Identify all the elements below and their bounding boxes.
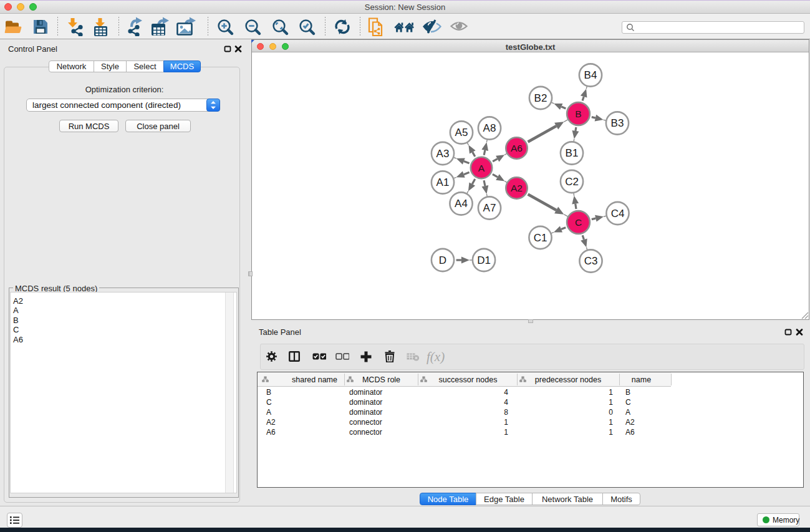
svg-text:B1: B1 xyxy=(566,147,579,159)
svg-text:C3: C3 xyxy=(584,255,598,267)
svg-text:B4: B4 xyxy=(584,69,597,81)
svg-text:A7: A7 xyxy=(483,202,496,214)
svg-text:C4: C4 xyxy=(611,208,625,220)
svg-text:D: D xyxy=(439,254,446,266)
svg-text:B2: B2 xyxy=(534,92,547,104)
svg-text:A4: A4 xyxy=(455,198,468,210)
svg-text:A5: A5 xyxy=(455,127,468,138)
svg-text:C1: C1 xyxy=(534,232,547,244)
svg-text:A1: A1 xyxy=(436,177,450,188)
svg-text:A8: A8 xyxy=(483,122,496,134)
svg-text:B: B xyxy=(575,109,581,119)
svg-text:C: C xyxy=(575,217,582,228)
svg-text:D1: D1 xyxy=(477,254,491,266)
svg-text:A2: A2 xyxy=(511,183,523,193)
svg-text:B3: B3 xyxy=(611,117,624,129)
svg-text:A3: A3 xyxy=(436,148,450,160)
svg-text:A6: A6 xyxy=(511,143,523,153)
svg-text:C2: C2 xyxy=(565,176,579,188)
svg-text:A: A xyxy=(478,163,485,173)
